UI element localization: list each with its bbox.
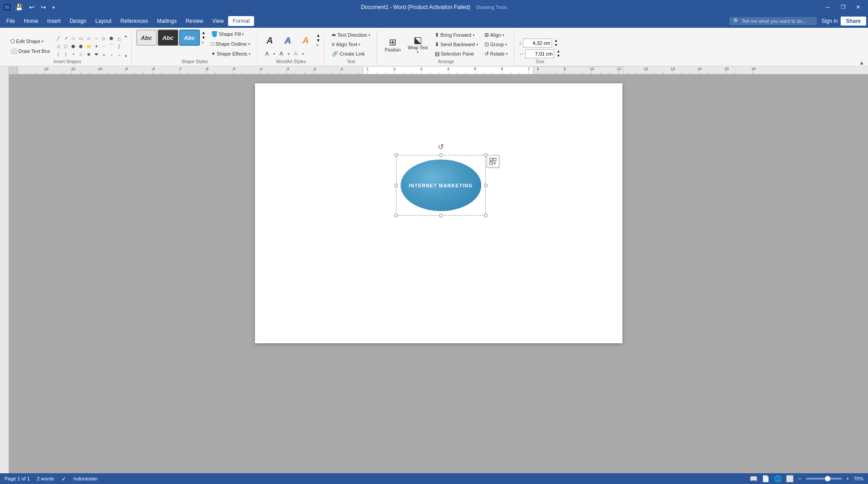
handle-mid-left[interactable] — [394, 184, 398, 187]
shape-style-3-button[interactable]: Abc — [179, 30, 200, 46]
shape-outline-button[interactable]: □ Shape Outline ▾ — [208, 39, 253, 48]
text-outline-button[interactable]: A — [276, 49, 287, 58]
width-down-button[interactable]: ▼ — [556, 54, 561, 58]
search-box[interactable]: 🔍 — [730, 17, 817, 25]
ellipse-shape[interactable]: INTERNET MARKETING — [401, 160, 481, 211]
width-input[interactable] — [525, 49, 554, 58]
width-up-button[interactable]: ▲ — [556, 49, 561, 54]
wrap-text-button[interactable]: ⬕ Wrap Text ▾ — [405, 32, 431, 56]
share-button[interactable]: Share — [841, 17, 866, 26]
handle-mid-right[interactable] — [484, 184, 488, 187]
group-button[interactable]: ⊡ Group ▾ — [482, 40, 510, 49]
shape-arrow-diag[interactable]: ↗ — [62, 35, 70, 42]
restore-button[interactable]: ❐ — [837, 3, 849, 11]
shape-r9[interactable]: ∫ — [115, 43, 123, 50]
shape-s5[interactable]: ✱ — [85, 51, 93, 58]
edit-shape-button[interactable]: ⬠ Edit Shape ▾ — [7, 37, 53, 46]
selection-pane-button[interactable]: ▤ Selection Pane — [432, 49, 481, 58]
customize-qat-button[interactable]: ▾ — [51, 4, 56, 11]
text-outline-dropdown[interactable]: ▾ — [288, 52, 289, 56]
redo-qat-button[interactable]: ↪ — [39, 3, 48, 12]
search-input[interactable] — [742, 18, 813, 24]
shape-rect[interactable]: □ — [69, 35, 78, 42]
shape-r8[interactable]: ⌒ — [108, 43, 116, 50]
handle-bottom-left[interactable] — [394, 214, 398, 217]
sign-in-button[interactable]: Sign in — [821, 18, 838, 24]
handle-bottom-center[interactable] — [439, 214, 443, 217]
layout-options-button[interactable] — [487, 155, 499, 168]
shape-s9[interactable]: ⬩ — [115, 51, 123, 58]
align-text-button[interactable]: ≡ Align Text ▾ — [329, 40, 373, 49]
menu-design[interactable]: Design — [65, 16, 91, 26]
rotate-handle[interactable]: ↺ — [437, 143, 445, 151]
menu-insert[interactable]: Insert — [43, 16, 65, 26]
position-button[interactable]: ⊞ Position — [381, 35, 404, 55]
shape-s8[interactable]: ⬨ — [108, 51, 116, 58]
undo-qat-button[interactable]: ↩ — [27, 3, 36, 12]
shape-s2[interactable]: ⟩ — [62, 51, 70, 58]
menu-layout[interactable]: Layout — [91, 16, 116, 26]
shape-s6[interactable]: ❤ — [92, 51, 100, 58]
shape-rect2[interactable]: ▱ — [85, 35, 93, 42]
wordart-btn-3[interactable]: A — [298, 33, 314, 48]
focus-icon[interactable]: ⬜ — [786, 475, 794, 482]
text-fill-dropdown[interactable]: ▾ — [273, 52, 275, 56]
shape-style-1-button[interactable]: Abc — [136, 30, 157, 46]
shape-s4[interactable]: ☆ — [77, 51, 85, 58]
shape-more1[interactable]: ⬟ — [108, 35, 116, 42]
shape-right-arrow[interactable]: ▷ — [100, 35, 108, 42]
web-layout-icon[interactable]: 🌐 — [774, 475, 782, 482]
shape-round-rect[interactable]: ▭ — [77, 35, 85, 42]
spell-check-icon[interactable]: ✓ — [61, 475, 66, 482]
text-effects-button[interactable]: A — [290, 49, 301, 58]
shape-container[interactable]: ↺ INTERNET MARKETING — [396, 155, 486, 216]
shape-fill-button[interactable]: 🪣 Shape Fill ▾ — [208, 30, 253, 39]
read-mode-icon[interactable]: 📖 — [750, 475, 757, 482]
shape-r3[interactable]: ⬢ — [69, 43, 78, 50]
shapes-scroll-down[interactable]: ▼ — [124, 54, 128, 58]
shape-r2[interactable]: ⬡ — [62, 43, 70, 50]
document-canvas[interactable]: ↺ INTERNET MARKETING — [9, 74, 868, 473]
menu-format[interactable]: Format — [228, 16, 254, 26]
handle-top-left[interactable] — [394, 153, 398, 157]
zoom-in-button[interactable]: + — [846, 476, 849, 481]
menu-mailings[interactable]: Mailings — [152, 16, 181, 26]
wordart-scroll-up[interactable]: ▲ — [316, 33, 320, 38]
shape-styles-expand[interactable]: ▿ — [202, 40, 206, 45]
shape-r6[interactable]: ✦ — [92, 43, 100, 50]
shape-r1[interactable]: ◁ — [54, 43, 62, 50]
menu-file[interactable]: File — [2, 16, 19, 26]
shapes-scroll-up[interactable]: ▲ — [124, 34, 128, 38]
print-layout-icon[interactable]: 📄 — [762, 475, 769, 482]
handle-bottom-right[interactable] — [484, 214, 488, 217]
document-page[interactable]: ↺ INTERNET MARKETING — [255, 83, 622, 343]
shape-styles-scroll-up[interactable]: ▲ — [202, 30, 206, 35]
wordart-expand[interactable]: ▿ — [316, 43, 320, 48]
shape-styles-scroll-down[interactable]: ▼ — [202, 35, 206, 40]
shape-effects-button[interactable]: ✦ Shape Effects ▾ — [208, 49, 253, 58]
shape-s1[interactable]: ⟨ — [54, 51, 62, 58]
shape-more2[interactable]: △ — [115, 35, 123, 42]
send-backward-button[interactable]: ⬇ Send Backward ▾ — [432, 40, 481, 49]
draw-text-box-button[interactable]: ⬜ Draw Text Box — [7, 47, 53, 56]
close-button[interactable]: ✕ — [852, 3, 864, 11]
menu-view[interactable]: View — [208, 16, 229, 26]
align-button[interactable]: ⊞ Align ▾ — [482, 30, 510, 39]
menu-review[interactable]: Review — [181, 16, 207, 26]
wordart-btn-2[interactable]: A — [280, 33, 296, 48]
shape-r4[interactable]: ⬣ — [77, 43, 85, 50]
text-direction-button[interactable]: ⬌ Text Direction ▾ — [329, 30, 373, 39]
wordart-btn-1[interactable]: A — [262, 33, 278, 48]
menu-references[interactable]: References — [116, 16, 152, 26]
minimize-button[interactable]: ─ — [821, 3, 834, 11]
zoom-slider[interactable] — [806, 478, 842, 480]
shape-line[interactable]: ╱ — [54, 35, 62, 42]
text-effects-dropdown[interactable]: ▾ — [302, 52, 304, 56]
text-fill-button[interactable]: A — [262, 49, 272, 58]
shape-r5[interactable]: ⭐ — [85, 43, 93, 50]
height-up-button[interactable]: ▲ — [553, 39, 559, 43]
handle-top-center[interactable] — [439, 153, 443, 157]
menu-home[interactable]: Home — [19, 16, 43, 26]
shape-s3[interactable]: ⦁ — [69, 51, 78, 58]
height-down-button[interactable]: ▼ — [553, 43, 559, 48]
